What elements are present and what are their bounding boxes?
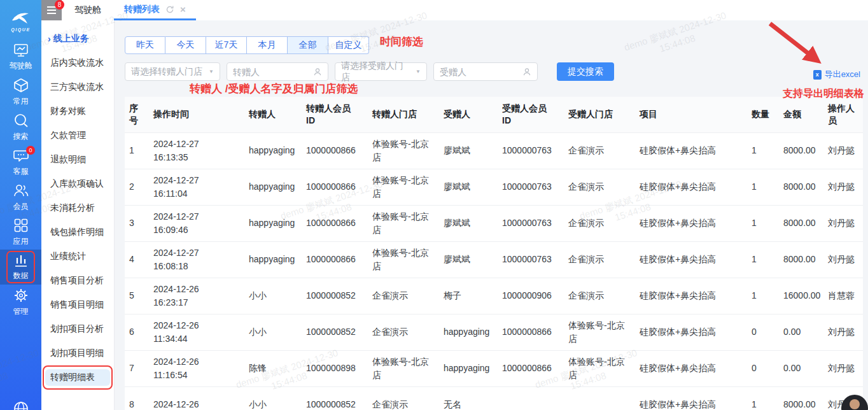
date-range-button[interactable]: 昨天 [125,36,165,54]
sidebar-item-data[interactable]: 数据 [0,250,41,285]
cube-icon [13,77,29,94]
date-range-button[interactable]: 全部 [288,36,328,54]
submenu-item[interactable]: 入库款项确认 [45,176,110,192]
sidebar-item-search[interactable]: 搜索 [0,110,41,145]
giver-input[interactable] [233,67,313,77]
cell-giver: happyaging [244,169,302,205]
cell-receiver-member-id [498,386,564,410]
date-range-button[interactable]: 近7天 [206,36,247,54]
cell-project: 硅胶假体+鼻尖抬高 [635,205,747,241]
submenu-item[interactable]: 销售项目明细 [45,297,110,313]
cell-receiver-member-id: 1000000763 [498,205,564,241]
table-column-header: 金额 [779,97,823,132]
cell-index: 7 [125,350,149,386]
export-excel-link[interactable]: x 导出excel [813,69,860,80]
qique-bird-logo-icon [11,10,31,25]
cell-operate-time: 2024-12-26 11:34:44 [149,314,244,350]
submenu-item-label: 销售项目明细 [50,299,104,311]
submenu-item[interactable]: 未消耗分析 [45,200,110,216]
chevron-down-icon: ▼ [209,69,214,74]
cell-operator: 刘丹懿 [823,241,863,278]
tab-label: 驾驶舱 [74,4,101,16]
cell-giver-member-id: 1000000866 [302,205,368,241]
sidebar-item-apps[interactable]: 应用 [0,215,41,250]
tab-dashboard[interactable]: 驾驶舱 [62,0,114,20]
date-range-button-group: 昨天 今天 近7天 本月 全部 自定义 [125,36,369,54]
members-icon [13,183,29,199]
submenu-item[interactable]: 欠款管理 [45,127,110,144]
tab-gift-list[interactable]: 转赠列表 × [114,0,196,20]
close-tab-icon[interactable]: × [180,4,186,14]
submenu-item[interactable]: 转赠明细表 [45,369,110,386]
submenu-item[interactable]: 业绩统计 [45,248,110,265]
giver-store-select[interactable]: 请选择转赠人门店 ▼ [125,62,220,81]
sidebar-item-members[interactable]: 会员 [0,180,41,215]
cell-receiver-member-id: 1000000866 [498,314,564,350]
submenu-item[interactable]: 店内实收流水 [45,55,110,71]
cell-project: 硅胶假体+鼻尖抬高 [635,169,747,205]
submenu-item-label: 转赠明细表 [50,372,95,383]
date-range-button[interactable]: 今天 [165,36,206,54]
submenu-item[interactable]: 财务对账 [45,103,110,120]
table-row: 8 2024-12-26 小小 1000000852 企雀演示 无名 硅胶假体+… [125,386,863,410]
table-column-header: 受赠人门店 [564,97,635,132]
table-row: 6 2024-12-26 11:34:44 小小 1000000852 企雀演示… [125,314,863,350]
cell-giver-member-id: 1000000852 [302,278,368,314]
sidebar-item-service[interactable]: 0 客服 [0,145,41,180]
cell-receiver-member-id: 1000000763 [498,169,564,205]
cell-quantity: 1 [747,386,779,410]
app-logo[interactable]: QIQUE [11,0,31,37]
cell-giver: happyaging [244,205,302,241]
submit-search-button[interactable]: 提交搜索 [557,62,614,81]
cell-receiver-member-id: 1000000906 [498,278,564,314]
cell-receiver-member-id: 1000000763 [498,132,564,169]
refresh-icon[interactable] [165,5,174,14]
table-column-header: 转赠人门店 [368,97,439,132]
cell-amount: 16000.00 [779,278,823,314]
submenu-item[interactable]: 划扣项目明细 [45,345,110,362]
cell-amount: 0.00 [779,350,823,386]
table-column-header: 数量 [747,97,779,132]
excel-file-icon: x [813,70,822,80]
table-row: 5 2024-12-26 16:23:17 小小 1000000852 企雀演示… [125,278,863,314]
sidebar-item-label: 会员 [13,201,29,212]
sidebar-item-manage[interactable]: 管理 [0,285,41,320]
cell-quantity: 0 [747,350,779,386]
person-icon [522,67,531,76]
cell-giver-member-id: 1000000898 [302,350,368,386]
submenu-item[interactable]: 划扣项目分析 [45,321,110,337]
submenu-item[interactable]: 销售项目分析 [45,272,110,289]
gear-icon [13,287,29,304]
table-column-header: 受赠人会员 ID [498,97,564,132]
cell-receiver: 廖斌斌 [439,241,498,278]
sidebar-item-label: 客服 [13,166,29,177]
date-range-button[interactable]: 本月 [247,36,288,54]
date-range-button[interactable]: 自定义 [328,36,369,54]
submenu-item[interactable]: 钱包操作明细 [45,224,110,241]
cell-amount: 8000.00 [779,132,823,169]
table-column-header: 序号 [125,97,149,132]
cell-giver-store: 体验账号-北京店 [368,241,439,278]
chevron-right-icon: › [48,34,51,44]
submenu: › 线上业务 店内实收流水 三方实收流水 财务 [41,20,115,410]
receiver-store-select[interactable]: 请选择受赠人门店 ▼ [335,62,427,81]
cell-operate-time: 2024-12-26 16:23:17 [149,278,244,314]
cell-amount: 8000.00 [779,205,823,241]
cell-receiver: 廖斌斌 [439,169,498,205]
cell-operate-time: 2024-12-27 16:13:35 [149,132,244,169]
submenu-group-online-business[interactable]: › 线上业务 [41,33,114,45]
submenu-item[interactable]: 三方实收流水 [45,79,110,95]
date-filter-row: 昨天 今天 近7天 本月 全部 自定义 [125,36,863,54]
submenu-item[interactable]: 退款明细 [45,152,110,168]
cell-index: 5 [125,278,149,314]
sidebar-item-common[interactable]: 常用 [0,74,41,110]
search-filter-row: 请选择转赠人门店 ▼ 请选择受赠人门店 ▼ [125,62,863,81]
sidebar-item-globe[interactable] [12,400,30,410]
apps-icon [13,217,29,234]
sidebar-item-label: 数据 [13,271,29,281]
receiver-input-wrap [433,62,538,81]
receiver-input[interactable] [440,67,522,77]
sidebar-item-dashboard[interactable]: 驾驶舱 [0,39,41,74]
cell-giver-store: 体验账号-北京店 [368,169,439,205]
cell-project: 硅胶假体+鼻尖抬高 [635,132,747,169]
